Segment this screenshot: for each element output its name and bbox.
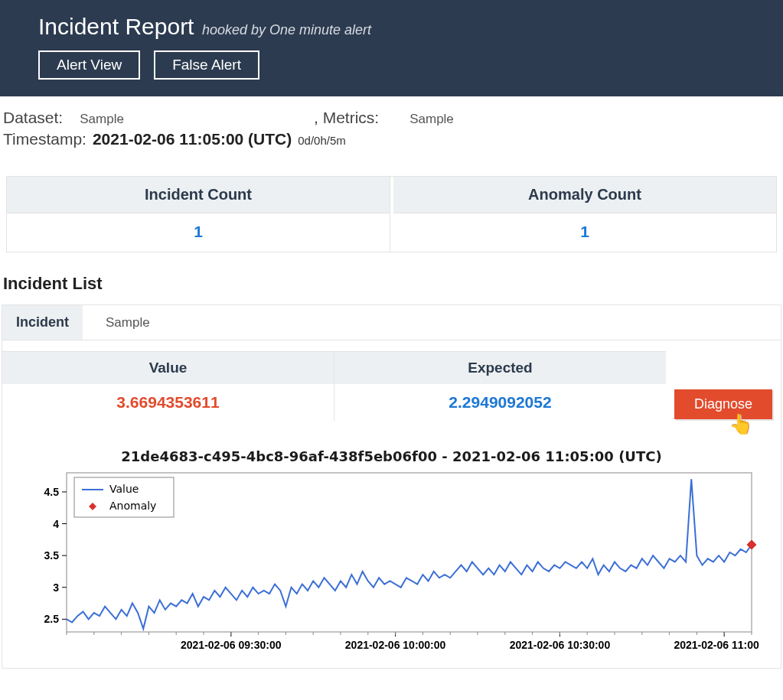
anomaly-count-label: Anomaly Count <box>393 177 776 213</box>
dataset-label: Dataset: <box>3 109 63 127</box>
alert-view-button[interactable]: Alert View <box>38 50 140 80</box>
svg-text:2.5: 2.5 <box>44 613 59 625</box>
expected-cell: 2.2949092052 <box>334 384 666 421</box>
value-label: Value <box>2 352 334 384</box>
timestamp-value: 2021-02-06 11:05:00 (UTC) <box>93 130 292 148</box>
metrics-label: , Metrics: <box>314 109 379 127</box>
expected-label: Expected <box>334 352 666 384</box>
incident-count-label: Incident Count <box>7 177 390 213</box>
page-subtitle: hooked by One minute alert <box>202 22 371 37</box>
svg-text:3: 3 <box>53 581 59 594</box>
svg-text:3.5: 3.5 <box>44 549 59 562</box>
svg-text:Anomaly: Anomaly <box>109 500 156 512</box>
svg-text:4: 4 <box>53 518 59 530</box>
page-title: Incident Report <box>38 14 194 39</box>
svg-text:Value: Value <box>109 483 139 495</box>
svg-text:4.5: 4.5 <box>44 486 59 498</box>
header: Incident Report hooked by One minute ale… <box>0 0 783 96</box>
counts-table: Incident Count 1 Anomaly Count 1 <box>6 176 777 252</box>
tab-sub: Sample <box>106 315 150 330</box>
tab-incident[interactable]: Incident <box>2 305 83 340</box>
incident-list-title: Incident List <box>3 274 783 294</box>
chart: 21de4683-c495-4bc8-96af-438f5eb06f00 - 2… <box>16 448 767 660</box>
chart-svg: 2.533.544.52021-02-06 09:30:002021-02-06… <box>24 469 759 660</box>
incident-panel: Incident Sample Value 3.6694353611 Expec… <box>2 304 781 669</box>
value-cell: 3.6694353611 <box>2 384 334 421</box>
anomaly-count-value: 1 <box>393 213 776 252</box>
dataset-value: Sample <box>80 112 124 127</box>
meta-block: Dataset: Sample , Metrics: Sample Timest… <box>0 96 783 151</box>
metrics-value: Sample <box>409 112 454 127</box>
chart-title: 21de4683-c495-4bc8-96af-438f5eb06f00 - 2… <box>16 448 767 464</box>
incident-count-value: 1 <box>7 213 390 252</box>
false-alert-button[interactable]: False Alert <box>154 50 259 80</box>
timestamp-relative: 0d/0h/5m <box>298 134 346 147</box>
svg-text:2021-02-06 10:30:00: 2021-02-06 10:30:00 <box>509 639 610 651</box>
timestamp-label: Timestamp: <box>3 130 86 148</box>
svg-text:2021-02-06 11:00:00: 2021-02-06 11:00:00 <box>674 639 759 651</box>
svg-text:2021-02-06 09:30:00: 2021-02-06 09:30:00 <box>181 639 282 651</box>
svg-text:2021-02-06 10:00:00: 2021-02-06 10:00:00 <box>344 639 445 651</box>
diagnose-button[interactable]: Diagnose <box>674 389 772 419</box>
